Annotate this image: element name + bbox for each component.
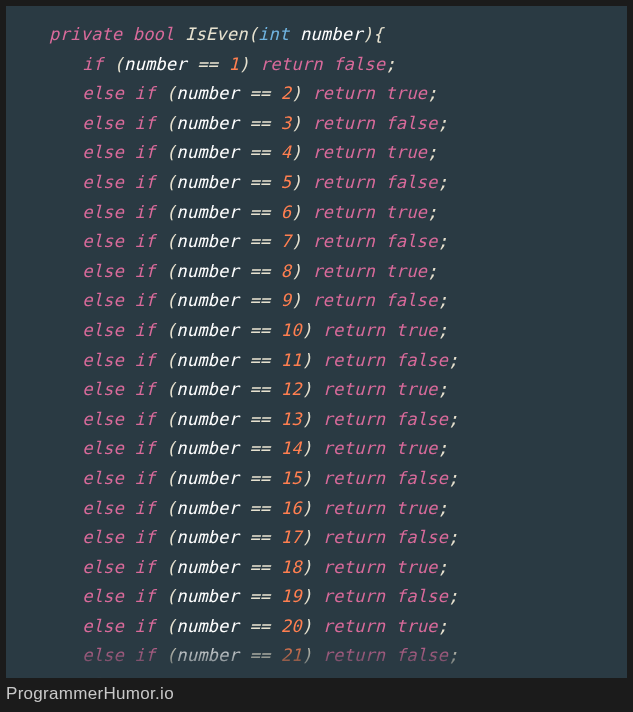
code-block: private bool IsEven(int number){ if (num… [16,20,617,678]
code-editor: private bool IsEven(int number){ if (num… [6,6,627,678]
watermark-text: ProgrammerHumor.io [6,684,174,704]
